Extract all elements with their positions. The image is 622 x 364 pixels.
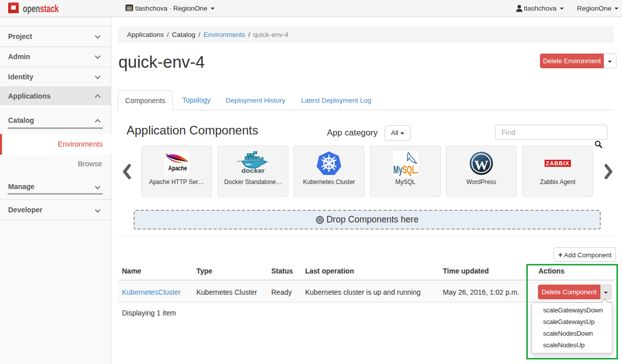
svg-text:ZABBIX: ZABBIX — [546, 160, 570, 166]
svg-text:docker: docker — [241, 167, 265, 173]
svg-text:W: W — [474, 157, 488, 173]
svg-text:MySQL: MySQL — [393, 163, 416, 176]
svg-text:Apache: Apache — [169, 164, 187, 172]
svg-text:openstack: openstack — [23, 3, 59, 14]
